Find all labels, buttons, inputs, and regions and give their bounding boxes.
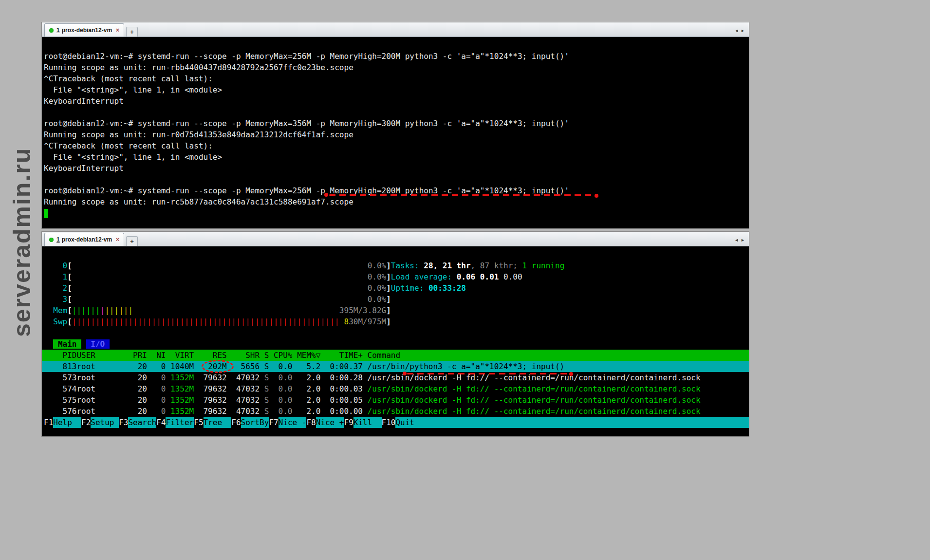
terminal-cursor <box>44 209 48 218</box>
htop-tab-io[interactable]: I/O <box>86 339 110 349</box>
fkey-label-setup[interactable]: Setup <box>91 417 119 428</box>
column-header-mem[interactable]: MEM%▽ <box>293 350 321 361</box>
terminal-line: Running scope as unit: run-r0d75d41353e8… <box>42 129 749 140</box>
cell-shr: 47032 <box>227 372 260 383</box>
tab-prox-debian12-vm[interactable]: 1prox-debian12-vm × <box>44 23 124 37</box>
cell-cpu: 0.0 <box>269 406 292 417</box>
column-header-ni[interactable]: NI <box>147 350 166 361</box>
tab-scroll-arrows: ◄ ► <box>734 238 749 246</box>
htop-tab-main[interactable]: Main <box>53 339 81 349</box>
meter-label: Mem <box>53 305 67 316</box>
cell-ni: 0 <box>147 383 166 394</box>
cell-time: 0:00.05 <box>320 394 363 406</box>
cell-shr: 5656 <box>227 361 260 372</box>
htop-screen-tabs: Main I/O <box>42 338 749 350</box>
terminal-output-top[interactable]: root@debian12-vm:~# systemd-run --scope … <box>42 37 749 228</box>
fkey-f6[interactable]: F6 <box>231 417 241 428</box>
fkey-f8[interactable]: F8 <box>306 417 316 428</box>
tab-scroll-right-icon[interactable]: ► <box>741 238 745 243</box>
terminal-line: KeyboardInterrupt <box>42 163 749 174</box>
cell-command: /usr/sbin/dockerd -H fd:// --containerd=… <box>363 406 701 417</box>
cell-time: 0:00.37 <box>320 361 363 372</box>
cell-s: S <box>260 383 269 394</box>
fkey-label-nice--[interactable]: Nice - <box>279 417 307 428</box>
column-header-time[interactable]: TIME+ <box>320 350 363 361</box>
column-header-s[interactable]: S <box>260 350 269 361</box>
cell-res: 79632 <box>194 383 226 394</box>
fkey-label-tree[interactable]: Tree <box>204 417 232 428</box>
process-row[interactable]: 813root2001040M202M5656S0.05.20:00.37/us… <box>42 361 749 372</box>
terminal-line: root@debian12-vm:~# systemd-run --scope … <box>42 51 749 62</box>
process-row[interactable]: 575root2001352M7963247032S0.02.00:00.05/… <box>42 394 749 406</box>
fkey-label-quit[interactable]: Quit <box>395 417 424 428</box>
cell-mem: 2.0 <box>293 406 321 417</box>
tab-scroll-left-icon[interactable]: ◄ <box>734 28 739 33</box>
fkey-label-kill[interactable]: Kill <box>353 417 382 428</box>
column-header-virt[interactable]: VIRT <box>166 350 194 361</box>
meter-row: 3[0.0%] <box>42 294 749 305</box>
fkey-f2[interactable]: F2 <box>81 417 91 428</box>
cell-ni: 0 <box>147 394 166 406</box>
cell-res: 79632 <box>194 406 226 417</box>
fkey-f9[interactable]: F9 <box>344 417 353 428</box>
fkey-f1[interactable]: F1 <box>44 417 53 428</box>
column-header-res[interactable]: RES <box>194 350 226 361</box>
cell-pri: 20 <box>124 372 147 383</box>
cell-user: root <box>76 383 123 394</box>
cell-pid: 573 <box>44 372 76 383</box>
swap-bars: ||||||||||||||||||||||||||||||||||||||||… <box>72 316 339 327</box>
terminal-line: Running scope as unit: run-rc5b877aac0c8… <box>42 196 749 207</box>
cell-cpu: 0.0 <box>269 394 292 406</box>
cursor-line <box>42 207 749 219</box>
tab-prox-debian12-vm[interactable]: 1prox-debian12-vm × <box>44 233 124 246</box>
watermark: serveradmin.ru <box>8 148 36 337</box>
fkey-label-nice-+[interactable]: Nice + <box>316 417 344 428</box>
fkey-f7[interactable]: F7 <box>269 417 278 428</box>
cell-s: S <box>260 372 269 383</box>
column-header-pid[interactable]: PID <box>44 350 76 361</box>
process-row[interactable]: 576root2001352M7963247032S0.02.00:00.00/… <box>42 406 749 417</box>
tab-scroll-right-icon[interactable]: ► <box>741 28 745 33</box>
fkey-label-sortby[interactable]: SortBy <box>241 417 269 428</box>
cell-shr: 47032 <box>227 383 260 394</box>
column-header-pri[interactable]: PRI <box>124 350 147 361</box>
new-tab-button[interactable]: + <box>126 236 138 246</box>
fkey-f10[interactable]: F10 <box>382 417 396 428</box>
fkey-f3[interactable]: F3 <box>119 417 128 428</box>
column-header-cpu[interactable]: CPU% <box>269 350 292 361</box>
fkey-label-search[interactable]: Search <box>128 417 156 428</box>
cell-pid: 574 <box>44 383 76 394</box>
column-header-user[interactable]: USER <box>76 350 123 361</box>
fkey-label-help[interactable]: Help <box>53 417 81 428</box>
cell-virt: 1352M <box>166 406 194 417</box>
cell-pri: 20 <box>124 383 147 394</box>
mem-meter-value: 395M/3.82G <box>339 305 386 316</box>
process-row[interactable]: 573root2001352M7963247032S0.02.00:00.28/… <box>42 372 749 383</box>
meter-label: 0 <box>53 260 67 271</box>
cell-virt: 1352M <box>166 383 194 394</box>
cell-cpu: 0.0 <box>269 383 292 394</box>
fkey-f5[interactable]: F5 <box>194 417 203 428</box>
cell-time: 0:00.00 <box>320 406 363 417</box>
fkey-label-filter[interactable]: Filter <box>166 417 194 428</box>
process-row[interactable]: 574root2001352M7963247032S0.02.00:00.03/… <box>42 383 749 394</box>
tab-close-icon[interactable]: × <box>116 27 119 34</box>
tab-status-icon <box>49 28 54 33</box>
cell-ni: 0 <box>147 372 166 383</box>
cell-s: S <box>260 406 269 417</box>
terminal-line: root@debian12-vm:~# systemd-run --scope … <box>42 118 749 129</box>
tab-close-icon[interactable]: × <box>116 236 119 243</box>
column-header-command[interactable]: Command <box>363 350 400 361</box>
tab-status-icon <box>49 238 54 242</box>
cell-cpu: 0.0 <box>269 361 292 372</box>
cell-time: 0:00.03 <box>320 383 363 394</box>
terminal-line: File "<string>", line 1, in <module> <box>42 84 749 95</box>
cell-user: root <box>76 372 123 383</box>
fkey-f4[interactable]: F4 <box>156 417 166 428</box>
column-header-shr[interactable]: SHR <box>227 350 260 361</box>
tab-scroll-left-icon[interactable]: ◄ <box>734 238 739 243</box>
cpu-meter-value: 0.0% <box>368 260 387 271</box>
htop-screen[interactable]: 0[0.0%] 1[0.0%] 2[0.0%] 3[0.0%] Mem[||||… <box>42 246 749 436</box>
cell-mem: 5.2 <box>293 361 321 372</box>
new-tab-button[interactable]: + <box>126 27 138 37</box>
